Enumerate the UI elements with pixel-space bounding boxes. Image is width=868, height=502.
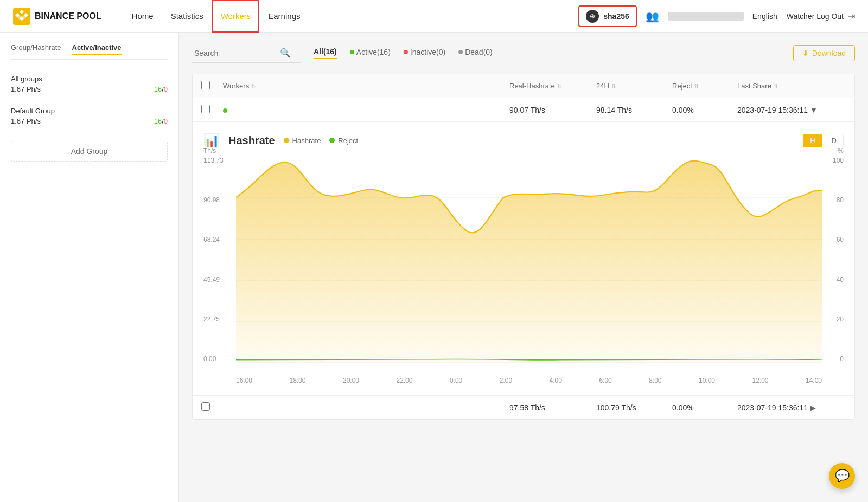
account-icon: ⊕: [586, 10, 599, 23]
filter-tab-dead[interactable]: Dead(0): [458, 47, 493, 59]
download-button[interactable]: ⬇ Download: [793, 45, 855, 61]
row2-lastshare: 2023-07-19 15:36:11 ▶: [737, 403, 846, 412]
x-label-8: 8:00: [649, 377, 661, 384]
header-checkbox[interactable]: [201, 81, 223, 91]
sidebar: Group/Hashrate Active/Inactive All group…: [0, 33, 179, 502]
table-header-row: Workers ⇅ Real-Hashrate ⇅ 24H ⇅ Reject ⇅…: [193, 74, 854, 98]
y-label-2: 68.24: [203, 236, 236, 243]
x-label-10: 12:00: [752, 377, 768, 384]
y-right-3: 40: [822, 276, 844, 284]
download-label: Download: [812, 49, 846, 57]
period-h-button[interactable]: H: [803, 134, 822, 147]
chat-fab-button[interactable]: 💬: [829, 463, 855, 489]
filter-bar: 🔍 All(16) Active(16) Inactive(0) Dead(0): [192, 43, 855, 63]
row1-24h: 98.14 Th/s: [596, 106, 672, 114]
y-right-2: 60: [822, 236, 844, 243]
x-label-3: 22:00: [396, 377, 412, 384]
x-label-5: 2:00: [500, 377, 512, 384]
x-label-6: 4:00: [550, 377, 562, 384]
download-icon: ⬇: [802, 49, 809, 57]
x-axis: 16:00 18:00 20:00 22:00 0:00 2:00 4:00 6…: [236, 377, 822, 384]
x-label-2: 20:00: [343, 377, 359, 384]
group-all-stats: 1.67 Ph/s 16/0: [11, 85, 168, 93]
sort-hashrate-icon: ⇅: [557, 83, 561, 89]
y-axis-right: % 100 80 60 40 20 0: [822, 157, 844, 363]
nav-workers[interactable]: Workers: [212, 0, 260, 33]
x-label-11: 14:00: [806, 377, 822, 384]
col-workers[interactable]: Workers ⇅: [223, 82, 509, 90]
col-last-share[interactable]: Last Share ⇅: [737, 82, 846, 90]
users-icon[interactable]: 👥: [646, 10, 659, 23]
sidebar-tabs: Group/Hashrate Active/Inactive: [11, 43, 168, 60]
row1-hashrate: 90.07 Th/s: [509, 106, 596, 114]
group-all: All groups 1.67 Ph/s 16/0: [11, 68, 168, 100]
expand-icon[interactable]: ▼: [810, 106, 818, 114]
add-group-button[interactable]: Add Group: [11, 141, 168, 162]
legend-hashrate: Hashrate: [284, 137, 321, 145]
y-right-5: 0: [822, 355, 844, 363]
chart-header: 📊 Hashrate Hashrate Reject H: [203, 133, 844, 148]
table-row-2: 97.58 Th/s 100.79 Th/s 0.00% 2023-07-19 …: [193, 396, 854, 419]
nav-statistics[interactable]: Statistics: [162, 0, 212, 33]
group-default-stats: 1.67 Ph/s 16/0: [11, 117, 168, 125]
filter-tab-active[interactable]: Active(16): [350, 47, 391, 59]
filter-tab-all[interactable]: All(16): [314, 47, 337, 59]
chart-period: H D: [803, 134, 844, 147]
chart-container: 📊 Hashrate Hashrate Reject H: [193, 122, 854, 396]
row2-reject: 0.00%: [672, 403, 737, 412]
x-label-1: 18:00: [289, 377, 305, 384]
header-right: ⊕ sha256 👥 English Watcher Log Out ⇥: [578, 5, 855, 27]
row1-worker: [223, 106, 509, 114]
main-nav: Home Statistics Workers Earnings: [123, 0, 309, 33]
group-default-name: Default Group: [11, 107, 168, 115]
sidebar-tab-group[interactable]: Group/Hashrate: [11, 43, 61, 55]
workers-table: Workers ⇅ Real-Hashrate ⇅ 24H ⇅ Reject ⇅…: [192, 74, 855, 420]
row2-hashrate: 97.58 Th/s: [509, 403, 596, 412]
legend-hashrate-dot: [284, 138, 289, 143]
nav-home[interactable]: Home: [123, 0, 162, 33]
chart-bar-icon: 📊: [203, 133, 220, 148]
x-label-7: 6:00: [599, 377, 611, 384]
sidebar-tab-active[interactable]: Active/Inactive: [72, 43, 122, 55]
col-real-hashrate[interactable]: Real-Hashrate ⇅: [509, 82, 596, 90]
dead-dot: [458, 50, 463, 54]
hashrate-chart-svg: [236, 157, 822, 363]
logout-button[interactable]: Watcher Log Out: [787, 12, 844, 21]
lang-logout: English Watcher Log Out ⇥: [752, 11, 855, 21]
search-box: 🔍: [192, 43, 301, 63]
y-right-1: 80: [822, 196, 844, 204]
expand-icon-2[interactable]: ▶: [810, 403, 816, 412]
row2-checkbox[interactable]: [201, 402, 223, 413]
filter-tabs: All(16) Active(16) Inactive(0) Dead(0): [314, 47, 493, 59]
sort-reject-icon: ⇅: [694, 83, 699, 89]
page-body: Group/Hashrate Active/Inactive All group…: [0, 33, 868, 502]
col-reject[interactable]: Reject ⇅: [672, 82, 737, 90]
group-all-workers: 16/0: [154, 85, 168, 93]
main-content: 🔍 All(16) Active(16) Inactive(0) Dead(0): [179, 33, 868, 502]
divider: [782, 12, 782, 21]
filter-tab-inactive[interactable]: Inactive(0): [404, 47, 445, 59]
y-label-5: 0.00: [203, 355, 236, 363]
row1-lastshare: 2023-07-19 15:36:11 ▼: [737, 106, 846, 114]
row1-checkbox[interactable]: [201, 105, 223, 115]
search-input[interactable]: [194, 49, 276, 57]
header: BINANCE POOL Home Statistics Workers Ear…: [0, 0, 868, 33]
chart-area: Th/s 113.73 90.98 68.24 45.49 22.75 0.00: [203, 157, 844, 384]
nav-earnings[interactable]: Earnings: [259, 0, 309, 33]
logo-icon: [13, 8, 30, 25]
language-label[interactable]: English: [752, 12, 777, 21]
col-24h[interactable]: 24H ⇅: [596, 82, 672, 90]
sort-24h-icon: ⇅: [611, 83, 616, 89]
group-all-name: All groups: [11, 75, 168, 83]
chat-icon: 💬: [835, 469, 850, 483]
y-label-3: 45.49: [203, 276, 236, 284]
y-axis-left: Th/s 113.73 90.98 68.24 45.49 22.75 0.00: [203, 157, 236, 363]
y-label-4: 22.75: [203, 316, 236, 323]
period-d-button[interactable]: D: [825, 134, 844, 147]
legend-reject: Reject: [329, 137, 358, 145]
inactive-dot: [404, 50, 408, 54]
group-default-workers: 16/0: [154, 117, 168, 125]
logo[interactable]: BINANCE POOL: [13, 8, 101, 25]
x-label-0: 16:00: [236, 377, 252, 384]
account-badge[interactable]: ⊕ sha256: [578, 5, 636, 27]
